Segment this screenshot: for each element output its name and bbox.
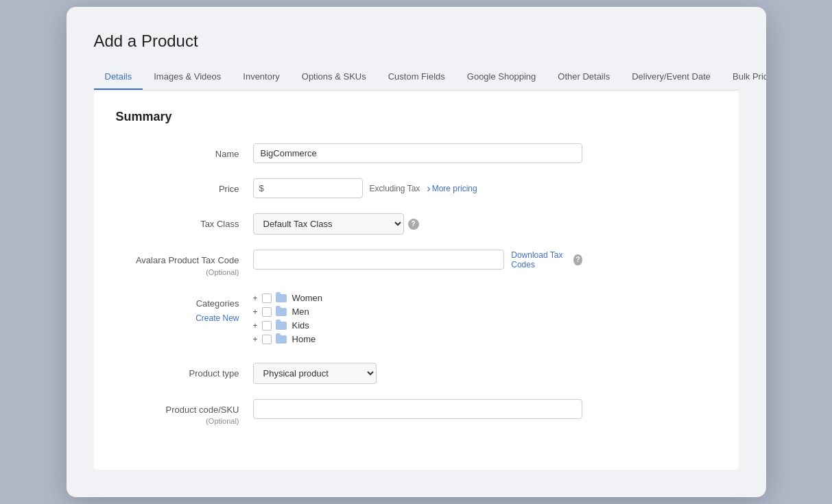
category-checkbox-women[interactable] xyxy=(262,293,272,303)
product-type-row: Product type Physical product Digital pr… xyxy=(116,363,717,384)
category-women: Women xyxy=(292,293,323,303)
categories-label-group: Categories Create New xyxy=(116,293,253,324)
folder-icon-home xyxy=(276,335,287,344)
more-pricing-link[interactable]: More pricing xyxy=(427,182,477,195)
page-title: Add a Product xyxy=(94,32,739,51)
tab-other-details[interactable]: Other Details xyxy=(547,64,621,90)
categories-control: + Women + Men + Ki xyxy=(253,293,582,348)
price-row: Price $ Excluding Tax More pricing xyxy=(116,178,717,198)
list-item: + Women xyxy=(253,293,582,303)
folder-icon-kids xyxy=(276,322,287,330)
category-home: Home xyxy=(292,334,316,344)
avalara-label: Avalara Product Tax Code (Optional) xyxy=(116,250,253,278)
list-item: + Men xyxy=(253,307,582,317)
currency-symbol: $ xyxy=(259,183,264,193)
tax-class-control: Default Tax Class ? xyxy=(253,213,582,235)
excluding-tax-label: Excluding Tax xyxy=(370,184,420,193)
product-type-label: Product type xyxy=(116,363,253,380)
product-type-select[interactable]: Physical product Digital product Gift ce… xyxy=(253,363,377,384)
tab-custom-fields[interactable]: Custom Fields xyxy=(377,64,456,90)
create-new-link[interactable]: Create New xyxy=(116,313,239,324)
tax-class-row: Tax Class Default Tax Class ? xyxy=(116,213,717,235)
category-kids: Kids xyxy=(292,320,309,331)
tab-google-shopping[interactable]: Google Shopping xyxy=(456,64,547,90)
tab-images-videos[interactable]: Images & Videos xyxy=(143,64,232,90)
folder-icon-women xyxy=(276,294,287,302)
sku-label: Product code/SKU (Optional) xyxy=(116,399,253,427)
tax-class-help-icon[interactable]: ? xyxy=(408,219,419,230)
price-label: Price xyxy=(116,178,253,195)
name-row: Name xyxy=(116,143,717,163)
price-control: $ Excluding Tax More pricing xyxy=(253,178,582,198)
list-item: + Kids xyxy=(253,320,582,331)
section-title: Summary xyxy=(116,110,717,124)
tax-class-label: Tax Class xyxy=(116,213,253,230)
categories-row: Categories Create New + Women + Men xyxy=(116,293,717,348)
sku-row: Product code/SKU (Optional) xyxy=(116,399,717,427)
category-list: + Women + Men + Ki xyxy=(253,293,582,344)
name-input[interactable] xyxy=(253,143,582,163)
list-item: + Home xyxy=(253,334,582,344)
category-checkbox-kids[interactable] xyxy=(262,321,272,331)
category-checkbox-home[interactable] xyxy=(262,335,272,344)
name-control xyxy=(253,143,582,163)
folder-icon-men xyxy=(276,308,287,316)
product-type-control: Physical product Digital product Gift ce… xyxy=(253,363,582,384)
tab-inventory[interactable]: Inventory xyxy=(232,64,290,90)
tab-options-skus[interactable]: Options & SKUs xyxy=(291,64,377,90)
tab-delivery-event-date[interactable]: Delivery/Event Date xyxy=(621,64,722,90)
tab-details[interactable]: Details xyxy=(94,64,143,90)
sku-control xyxy=(253,399,582,419)
tab-bulk-pricing[interactable]: Bulk Pricing xyxy=(722,64,765,90)
avalara-control: Download Tax Codes ? xyxy=(253,250,582,269)
tax-class-select[interactable]: Default Tax Class xyxy=(253,213,404,235)
avalara-help-icon[interactable]: ? xyxy=(573,254,582,265)
content-area: Summary Name Price $ Excluding Tax More … xyxy=(94,91,739,469)
price-input[interactable] xyxy=(264,179,346,197)
main-window: Add a Product Details Images & Videos In… xyxy=(67,7,766,496)
name-label: Name xyxy=(116,143,253,160)
price-input-wrap: $ xyxy=(253,178,363,198)
category-men: Men xyxy=(292,307,309,317)
avalara-row: Avalara Product Tax Code (Optional) Down… xyxy=(116,250,717,278)
download-tax-codes-link[interactable]: Download Tax Codes xyxy=(511,250,569,269)
sku-input[interactable] xyxy=(253,399,582,419)
category-checkbox-men[interactable] xyxy=(262,307,272,317)
avalara-input[interactable] xyxy=(253,250,505,269)
tab-bar: Details Images & Videos Inventory Option… xyxy=(94,64,739,91)
